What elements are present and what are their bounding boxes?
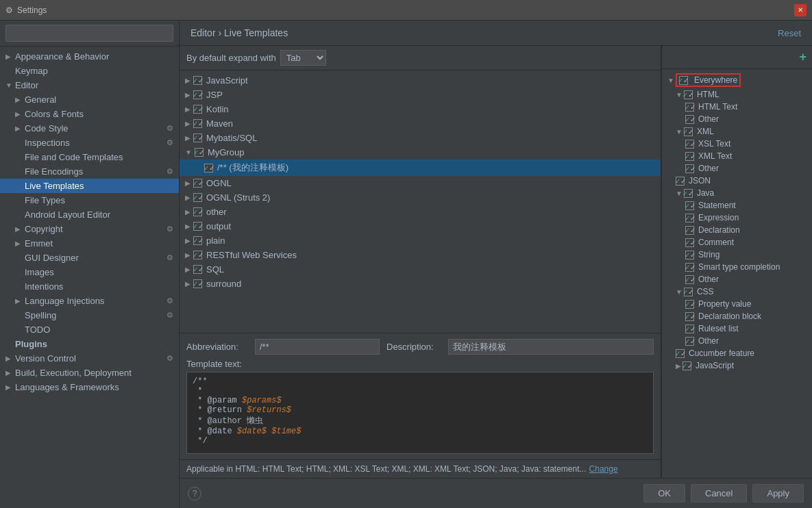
checkbox[interactable]: ✓	[684, 189, 693, 198]
sidebar-item-appearance[interactable]: Appearance & Behavior	[0, 49, 179, 64]
sidebar-item-live-templates[interactable]: Live Templates	[0, 179, 179, 193]
sidebar-item-file-encodings[interactable]: File Encodings ⚙	[0, 164, 179, 179]
tpl-group-maven[interactable]: ▶ ✓ Maven	[180, 116, 661, 131]
checkbox[interactable]: ✓	[193, 193, 202, 202]
checkbox[interactable]: ✓	[682, 361, 691, 370]
tpl-group-other[interactable]: ▶ ✓ other	[180, 205, 661, 219]
close-button[interactable]: ✕	[794, 4, 807, 16]
checkbox[interactable]: ✓	[685, 152, 694, 161]
sidebar-item-language-injections[interactable]: Language Injections ⚙	[0, 294, 179, 308]
applicable-expression[interactable]: ✓ Expression	[662, 212, 812, 224]
checkbox[interactable]: ✓	[685, 140, 694, 149]
abbreviation-input[interactable]	[255, 339, 380, 355]
tpl-group-sql[interactable]: ▶ ✓ SQL	[180, 262, 661, 277]
checkbox[interactable]: ✓	[679, 76, 688, 85]
template-textarea[interactable]: /** * * @param $params$ * @return $retur…	[186, 372, 654, 454]
tpl-group-ognl-struts2[interactable]: ▶ ✓ OGNL (Struts 2)	[180, 190, 661, 205]
applicable-html[interactable]: ▼ ✓ HTML	[662, 88, 812, 101]
tpl-group-javascript[interactable]: ▶ ✓ JavaScript	[180, 73, 661, 88]
applicable-javascript[interactable]: ▶ ✓ JavaScript	[662, 359, 812, 372]
checkbox[interactable]: ✓	[685, 226, 694, 235]
checkbox[interactable]: ✓	[193, 134, 202, 142]
checkbox[interactable]: ✓	[685, 275, 694, 284]
applicable-declaration[interactable]: ✓ Declaration	[662, 224, 812, 236]
checkbox[interactable]: ✓	[193, 279, 202, 288]
applicable-string[interactable]: ✓ String	[662, 249, 812, 261]
checkbox[interactable]: ✓	[684, 288, 693, 296]
sidebar-item-plugins[interactable]: Plugins	[0, 337, 179, 351]
search-input[interactable]	[5, 25, 173, 42]
sidebar-item-images[interactable]: Images	[0, 265, 179, 279]
checkbox[interactable]: ✓	[685, 238, 694, 247]
checkbox[interactable]: ✓	[685, 312, 694, 321]
applicable-css-other[interactable]: ✓ Other	[662, 335, 812, 347]
checkbox[interactable]: ✓	[685, 251, 694, 259]
sidebar-item-emmet[interactable]: Emmet	[0, 236, 179, 251]
applicable-xml-text[interactable]: ✓ XML Text	[662, 150, 812, 162]
applicable-property-value[interactable]: ✓ Property value	[662, 298, 812, 310]
checkbox[interactable]: ✓	[685, 103, 694, 112]
checkbox[interactable]: ✓	[685, 300, 694, 309]
checkbox[interactable]: ✓	[193, 222, 202, 231]
tpl-group-plain[interactable]: ▶ ✓ plain	[180, 233, 661, 248]
sidebar-item-colors-fonts[interactable]: Colors & Fonts	[0, 107, 179, 121]
checkbox[interactable]: ✓	[195, 148, 204, 157]
ok-button[interactable]: OK	[643, 484, 685, 503]
sidebar-item-todo[interactable]: TODO	[0, 322, 179, 337]
checkbox[interactable]: ✓	[193, 236, 202, 245]
checkbox[interactable]: ✓	[193, 76, 202, 85]
sidebar-item-file-code-templates[interactable]: File and Code Templates	[0, 150, 179, 164]
sidebar-item-gui-designer[interactable]: GUI Designer ⚙	[0, 251, 179, 265]
applicable-comment[interactable]: ✓ Comment	[662, 236, 812, 249]
tpl-group-mygroup[interactable]: ▼ ✓ MyGroup	[180, 145, 661, 160]
applicable-css[interactable]: ▼ ✓ CSS	[662, 285, 812, 298]
applicable-everywhere[interactable]: ▼ ✓ Everywhere	[662, 72, 812, 88]
applicable-html-other[interactable]: ✓ Other	[662, 113, 812, 125]
add-button[interactable]: +	[799, 50, 807, 64]
applicable-json[interactable]: ✓ JSON	[662, 175, 812, 187]
description-input[interactable]	[448, 339, 654, 355]
tpl-item-my-annotation[interactable]: ✓ /** (我的注释模板)	[180, 160, 661, 176]
checkbox[interactable]: ✓	[204, 164, 213, 173]
expand-select[interactable]: Tab Enter Space	[280, 50, 326, 66]
sidebar-item-inspections[interactable]: Inspections ⚙	[0, 136, 179, 150]
applicable-xml[interactable]: ▼ ✓ XML	[662, 125, 812, 138]
applicable-java-other[interactable]: ✓ Other	[662, 273, 812, 285]
checkbox[interactable]: ✓	[685, 263, 694, 272]
cancel-button[interactable]: Cancel	[691, 484, 747, 503]
checkbox[interactable]: ✓	[685, 337, 694, 346]
tpl-group-ognl[interactable]: ▶ ✓ OGNL	[180, 176, 661, 190]
sidebar-item-keymap[interactable]: Keymap	[0, 64, 179, 78]
checkbox[interactable]: ✓	[684, 90, 693, 99]
sidebar-item-build[interactable]: Build, Execution, Deployment	[0, 366, 179, 380]
checkbox[interactable]: ✓	[685, 115, 694, 124]
applicable-html-text[interactable]: ✓ HTML Text	[662, 101, 812, 113]
applicable-cucumber[interactable]: ✓ Cucumber feature	[662, 347, 812, 359]
sidebar-item-code-style[interactable]: Code Style ⚙	[0, 121, 179, 136]
sidebar-item-general[interactable]: General	[0, 92, 179, 107]
tpl-group-surround[interactable]: ▶ ✓ surround	[180, 277, 661, 291]
sidebar-item-spelling[interactable]: Spelling ⚙	[0, 308, 179, 322]
checkbox[interactable]: ✓	[193, 207, 202, 216]
apply-button[interactable]: Apply	[752, 484, 804, 503]
tpl-group-kotlin[interactable]: ▶ ✓ Kotlin	[180, 102, 661, 116]
sidebar-item-intentions[interactable]: Intentions	[0, 279, 179, 294]
checkbox[interactable]: ✓	[193, 119, 202, 128]
applicable-xml-other[interactable]: ✓ Other	[662, 162, 812, 175]
tpl-group-jsp[interactable]: ▶ ✓ JSP	[180, 88, 661, 102]
checkbox[interactable]: ✓	[193, 251, 202, 259]
checkbox[interactable]: ✓	[193, 105, 202, 114]
help-button[interactable]: ?	[188, 487, 201, 500]
checkbox[interactable]: ✓	[676, 349, 685, 358]
sidebar-item-editor[interactable]: Editor	[0, 78, 179, 92]
checkbox[interactable]: ✓	[193, 179, 202, 188]
applicable-xsl-text[interactable]: ✓ XSL Text	[662, 138, 812, 150]
change-link[interactable]: Change	[589, 464, 618, 474]
checkbox[interactable]: ✓	[684, 127, 693, 136]
reset-button[interactable]: Reset	[778, 28, 801, 38]
checkbox[interactable]: ✓	[685, 201, 694, 210]
checkbox[interactable]: ✓	[685, 325, 694, 333]
applicable-statement[interactable]: ✓ Statement	[662, 199, 812, 212]
tpl-group-output[interactable]: ▶ ✓ output	[180, 219, 661, 233]
checkbox[interactable]: ✓	[685, 164, 694, 173]
